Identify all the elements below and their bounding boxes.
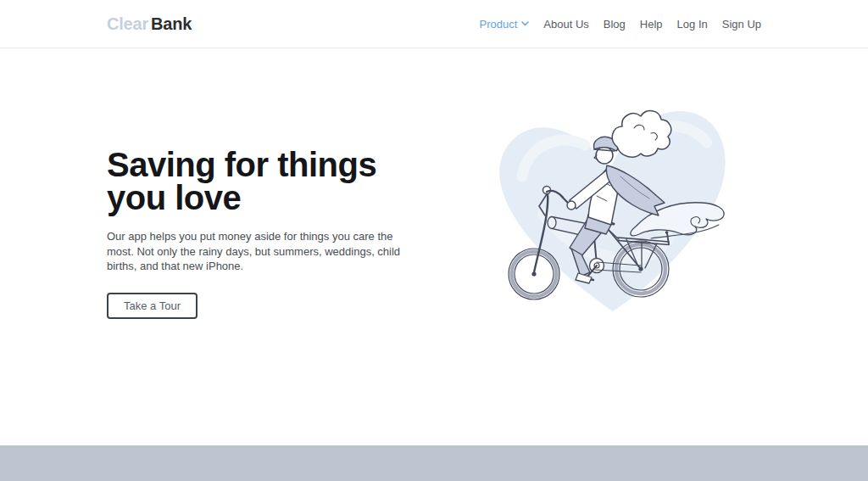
page-title: Saving for things you love <box>107 148 405 215</box>
take-a-tour-button[interactable]: Take a Tour <box>107 293 198 319</box>
nav-sign-up[interactable]: Sign Up <box>722 18 761 31</box>
nav-help[interactable]: Help <box>640 18 663 31</box>
brand-logo-light: Clear <box>107 14 148 33</box>
nav-log-in[interactable]: Log In <box>677 18 708 31</box>
footer-bar <box>0 445 868 481</box>
nav-blog[interactable]: Blog <box>604 18 626 31</box>
hero-illustration <box>493 96 741 323</box>
hero-description: Our app helps you put money aside for th… <box>107 229 422 274</box>
main-nav: Product About Us Blog Help Log In Sign U… <box>480 18 761 31</box>
hero-text-column: Saving for things you love Our app helps… <box>107 48 429 327</box>
hero-illustration-column <box>493 96 741 327</box>
nav-product[interactable]: Product <box>480 18 530 31</box>
brand-logo-dark: Bank <box>151 14 192 33</box>
brand-logo[interactable]: ClearBank <box>107 14 192 34</box>
hero-section: Saving for things you love Our app helps… <box>0 48 868 327</box>
top-navigation-bar: ClearBank Product About Us Blog Help Log… <box>0 0 868 48</box>
chevron-down-icon <box>521 21 529 26</box>
nav-product-label: Product <box>480 18 518 31</box>
nav-about-us[interactable]: About Us <box>543 18 588 31</box>
